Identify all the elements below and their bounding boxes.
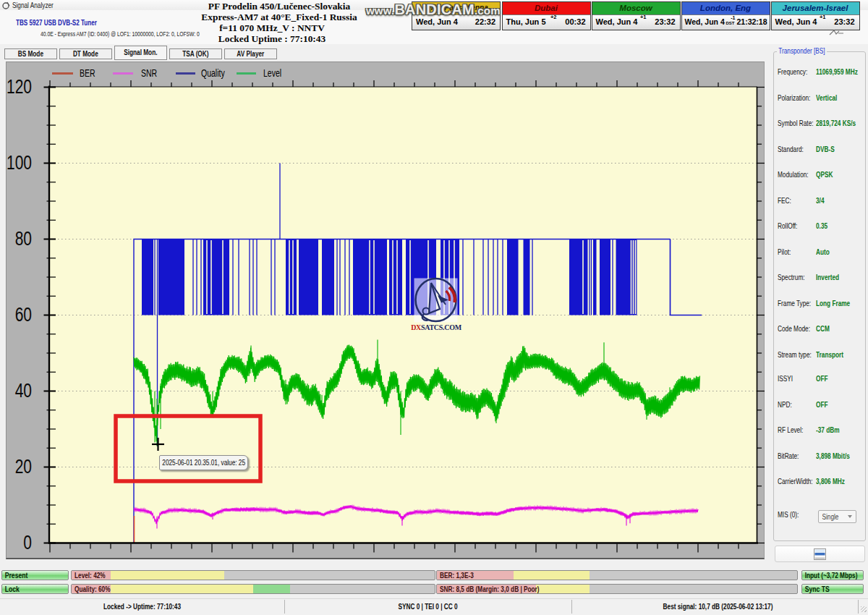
- svg-text:40: 40: [15, 379, 32, 402]
- svg-text:0: 0: [23, 531, 32, 554]
- svg-text:120: 120: [7, 75, 32, 98]
- svg-text:60: 60: [15, 303, 32, 326]
- svg-text:100: 100: [7, 151, 32, 174]
- svg-text:20: 20: [15, 455, 32, 478]
- svg-text:80: 80: [15, 227, 32, 250]
